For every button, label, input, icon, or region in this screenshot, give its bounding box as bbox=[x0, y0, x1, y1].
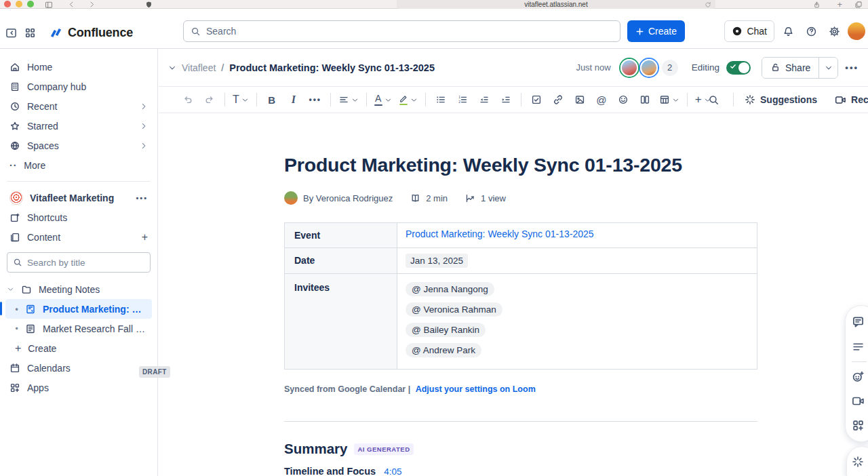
sidebar-item-apps[interactable]: Apps bbox=[5, 378, 152, 397]
task-list-icon[interactable] bbox=[528, 90, 545, 109]
sidebar-item-recent[interactable]: Recent bbox=[5, 96, 152, 116]
saved-status[interactable]: Just now bbox=[576, 62, 610, 73]
sidebar-item-label: Recent bbox=[27, 101, 133, 112]
title-search-input[interactable] bbox=[27, 258, 144, 268]
image-icon[interactable] bbox=[571, 90, 589, 109]
indent-icon[interactable] bbox=[497, 90, 515, 109]
settings-gear-icon[interactable] bbox=[825, 22, 844, 41]
numbered-list-icon[interactable]: 12 bbox=[454, 90, 471, 109]
highlight-color-dropdown[interactable] bbox=[397, 90, 419, 109]
chevron-down-icon bbox=[384, 96, 392, 104]
share-dropdown-button[interactable] bbox=[818, 58, 837, 78]
zoom-window-button[interactable] bbox=[27, 1, 34, 7]
browser-share-icon[interactable] bbox=[813, 0, 821, 9]
chevron-right-icon bbox=[140, 122, 148, 130]
global-search-input[interactable] bbox=[206, 26, 613, 37]
sidebar-item-calendars[interactable]: Calendars bbox=[5, 358, 152, 378]
add-content-icon[interactable]: + bbox=[142, 231, 148, 243]
mention-chip[interactable]: @ Bailey Rankin bbox=[406, 323, 486, 337]
sidebar-divider bbox=[7, 181, 151, 182]
address-bar[interactable]: vitafleet.atlassian.net bbox=[397, 0, 715, 9]
text-color-dropdown[interactable]: A bbox=[373, 90, 393, 109]
mention-icon[interactable]: @ bbox=[593, 90, 610, 109]
sidebar-item-company-hub[interactable]: Company hub bbox=[5, 77, 152, 96]
comment-icon[interactable] bbox=[852, 315, 865, 328]
tree-page-market-research[interactable]: • Market Research Fall Rec... bbox=[5, 319, 152, 338]
confluence-logo[interactable]: Confluence bbox=[49, 26, 133, 40]
sidebar: Home Company hub Recent Starred Spaces bbox=[0, 49, 158, 476]
browser-back-icon[interactable] bbox=[68, 0, 75, 9]
page-more-icon[interactable]: ••• bbox=[845, 62, 859, 73]
italic-button[interactable]: I bbox=[285, 90, 302, 109]
collapse-sidebar-icon[interactable] bbox=[1, 23, 20, 42]
space-header-vitafleet-marketing[interactable]: Vitafleet Marketing ••• bbox=[5, 188, 152, 207]
sidebar-item-home[interactable]: Home bbox=[5, 57, 152, 77]
reload-icon[interactable] bbox=[705, 1, 711, 8]
mention-chip[interactable]: @ Andrew Park bbox=[406, 343, 481, 357]
app-switcher-icon[interactable] bbox=[20, 23, 39, 42]
alignment-dropdown[interactable] bbox=[337, 90, 360, 109]
browser-tabs-icon[interactable] bbox=[854, 0, 863, 9]
sidebar-item-spaces[interactable]: Spaces bbox=[5, 136, 152, 155]
outdent-icon[interactable] bbox=[475, 90, 493, 109]
more-formatting-icon[interactable]: ••• bbox=[307, 90, 324, 109]
record-button[interactable]: Record bbox=[835, 94, 868, 105]
close-window-button[interactable] bbox=[4, 1, 11, 7]
collaborator-avatar[interactable] bbox=[640, 59, 658, 77]
bold-button[interactable]: B bbox=[263, 90, 281, 109]
space-more-icon[interactable]: ••• bbox=[136, 194, 148, 202]
editing-toggle[interactable] bbox=[726, 61, 751, 75]
sidebar-item-more[interactable]: ·· More bbox=[5, 155, 152, 175]
text-style-dropdown[interactable]: T bbox=[231, 90, 250, 109]
emoji-icon[interactable] bbox=[614, 90, 632, 109]
chevron-down-icon[interactable] bbox=[168, 64, 176, 72]
outline-icon[interactable] bbox=[852, 340, 865, 353]
collaborator-avatar[interactable] bbox=[620, 59, 638, 77]
page-title[interactable]: Product Marketing: Weekly Sync 01-13-202… bbox=[284, 154, 757, 176]
event-link[interactable]: Product Marketing: Weekly Sync 01-13-202… bbox=[406, 229, 594, 239]
tree-page-product-marketing[interactable]: • Product Marketing: Week... bbox=[5, 299, 152, 319]
browser-shield-icon[interactable] bbox=[145, 0, 153, 9]
share-button[interactable]: Share bbox=[762, 58, 818, 78]
emoji-add-icon[interactable] bbox=[852, 370, 865, 383]
views-count[interactable]: 1 view bbox=[481, 193, 506, 203]
redo-button[interactable] bbox=[201, 90, 218, 109]
undo-button[interactable] bbox=[179, 90, 197, 109]
minimize-window-button[interactable] bbox=[16, 1, 22, 7]
app-top-nav: Confluence Create Chat bbox=[0, 9, 868, 49]
meta-table[interactable]: Event Product Marketing: Weekly Sync 01-… bbox=[284, 222, 757, 370]
breadcrumb-space[interactable]: Vitafleet bbox=[182, 62, 216, 73]
chat-button[interactable]: Chat bbox=[724, 20, 774, 42]
title-search[interactable] bbox=[7, 252, 151, 273]
find-in-page-icon[interactable] bbox=[705, 90, 722, 109]
date-chip[interactable]: Jan 13, 2025 bbox=[406, 254, 468, 268]
create-button[interactable]: Create bbox=[627, 20, 685, 42]
tree-create-button[interactable]: + Create bbox=[5, 338, 152, 358]
timestamp-link[interactable]: 4:05 bbox=[384, 467, 401, 476]
user-avatar[interactable] bbox=[848, 22, 865, 40]
sidebar-item-shortcuts[interactable]: Shortcuts bbox=[5, 207, 152, 227]
table-dropdown[interactable] bbox=[658, 90, 681, 109]
browser-sidebar-icon[interactable] bbox=[45, 0, 53, 9]
link-icon[interactable] bbox=[549, 90, 567, 109]
apps-add-icon[interactable] bbox=[852, 419, 865, 432]
collaborator-count[interactable]: 2 bbox=[662, 60, 678, 76]
tree-folder-meeting-notes[interactable]: Meeting Notes bbox=[5, 279, 152, 299]
mention-chip[interactable]: @ Veronica Rahman bbox=[406, 302, 502, 317]
global-search[interactable] bbox=[183, 20, 620, 42]
video-icon[interactable] bbox=[852, 395, 865, 407]
sidebar-item-content[interactable]: Content + bbox=[5, 227, 152, 247]
help-icon[interactable] bbox=[802, 22, 821, 41]
suggestions-button[interactable]: Suggestions bbox=[745, 94, 817, 105]
browser-forward-icon[interactable] bbox=[88, 0, 96, 9]
bullet-list-icon[interactable] bbox=[432, 90, 450, 109]
notifications-icon[interactable] bbox=[778, 22, 797, 41]
layouts-icon[interactable] bbox=[636, 90, 654, 109]
loom-settings-link[interactable]: Adjust your settings on Loom bbox=[416, 384, 536, 394]
author-avatar[interactable] bbox=[284, 191, 298, 205]
document-canvas[interactable]: Product Marketing: Weekly Sync 01-13-202… bbox=[159, 113, 868, 476]
sidebar-item-starred[interactable]: Starred bbox=[5, 116, 152, 136]
browser-new-tab-icon[interactable]: + bbox=[837, 0, 842, 9]
mention-chip[interactable]: @ Jenna Nangong bbox=[406, 282, 494, 296]
toolbar-right: Suggestions Record bbox=[705, 87, 868, 113]
